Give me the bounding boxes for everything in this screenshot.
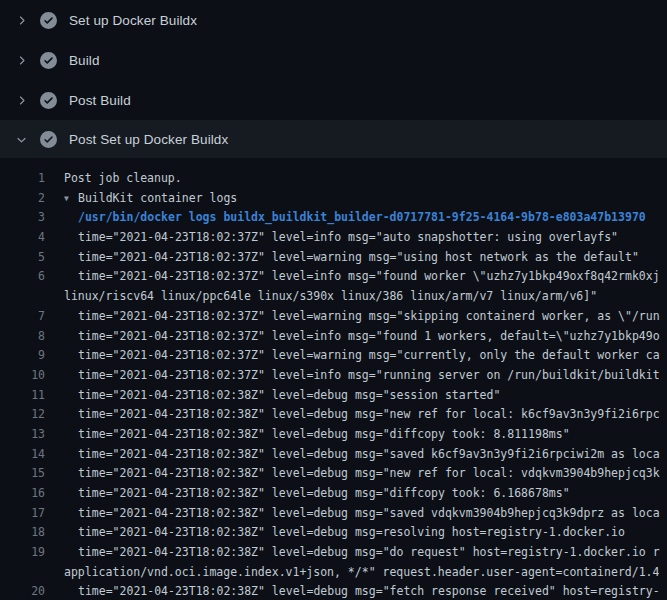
log-line: 13 time="2021-04-23T18:02:38Z" level=deb… [0, 425, 667, 445]
log-line-text: linux/riscv64 linux/ppc64le linux/s390x … [64, 287, 597, 307]
log-line-number[interactable]: 15 [0, 464, 45, 484]
step-row-post-set-up-docker-buildx[interactable]: Post Set up Docker Buildx [0, 120, 667, 158]
log-line-text: time="2021-04-23T18:02:37Z" level=info m… [78, 267, 660, 287]
check-circle-icon [40, 52, 57, 69]
log-line: 11 time="2021-04-23T18:02:38Z" level=deb… [0, 386, 667, 406]
log-line-number[interactable]: 9 [0, 346, 45, 366]
log-line: application/vnd.oci.image.index.v1+json,… [0, 563, 667, 583]
log-line-text: time="2021-04-23T18:02:38Z" level=debug … [78, 523, 625, 543]
log-line-number[interactable] [0, 287, 45, 307]
log-line-number[interactable]: 10 [0, 366, 45, 386]
log-line-text: time="2021-04-23T18:02:37Z" level=warnin… [78, 248, 639, 268]
log-line-text: time="2021-04-23T18:02:38Z" level=debug … [78, 464, 660, 484]
log-line-text: time="2021-04-23T18:02:37Z" level=info m… [78, 228, 618, 248]
log-line: 16 time="2021-04-23T18:02:38Z" level=deb… [0, 484, 667, 504]
log-line: 20 time="2021-04-23T18:02:38Z" level=deb… [0, 582, 667, 600]
log-line: 4 time="2021-04-23T18:02:37Z" level=info… [0, 228, 667, 248]
check-circle-icon [40, 12, 57, 29]
log-line: 9 time="2021-04-23T18:02:37Z" level=warn… [0, 346, 667, 366]
log-line-text: time="2021-04-23T18:02:38Z" level=debug … [78, 543, 660, 563]
chevron-right-icon [14, 53, 28, 67]
log-line-text: time="2021-04-23T18:02:38Z" level=debug … [78, 582, 660, 600]
log-line-number[interactable]: 11 [0, 386, 45, 406]
step-row-build[interactable]: Build [0, 40, 667, 80]
check-circle-icon [40, 131, 57, 148]
log-line: 2 ▼ BuildKit container logs [0, 189, 667, 209]
check-circle-icon [40, 92, 57, 109]
log-line-text: time="2021-04-23T18:02:37Z" level=warnin… [78, 346, 660, 366]
log-line-number[interactable]: 18 [0, 523, 45, 543]
log-line: 15 time="2021-04-23T18:02:38Z" level=deb… [0, 464, 667, 484]
log-line-number[interactable]: 16 [0, 484, 45, 504]
log-line-number[interactable]: 17 [0, 504, 45, 524]
log-line-number[interactable]: 5 [0, 248, 45, 268]
log-line-text: time="2021-04-23T18:02:38Z" level=debug … [78, 425, 570, 445]
log-line-text: time="2021-04-23T18:02:38Z" level=debug … [78, 445, 660, 465]
log-line-text: time="2021-04-23T18:02:38Z" level=debug … [78, 405, 660, 425]
log-line: 1 Post job cleanup. [0, 169, 667, 189]
chevron-down-icon [14, 132, 28, 146]
log-line-number[interactable]: 1 [0, 169, 45, 189]
log-line-number[interactable]: 20 [0, 582, 45, 600]
log-line-text: BuildKit container logs [78, 189, 237, 209]
log-line-text: /usr/bin/docker logs buildx_buildkit_bui… [78, 208, 646, 228]
log-line-number[interactable]: 4 [0, 228, 45, 248]
log-line: 10 time="2021-04-23T18:02:37Z" level=inf… [0, 366, 667, 386]
log-line-text: time="2021-04-23T18:02:38Z" level=debug … [78, 484, 570, 504]
log-line-number[interactable]: 8 [0, 327, 45, 347]
log-line-number[interactable]: 7 [0, 307, 45, 327]
log-line-number[interactable] [0, 563, 45, 583]
log-line-text: time="2021-04-23T18:02:38Z" level=debug … [78, 504, 660, 524]
step-title: Post Set up Docker Buildx [69, 132, 228, 147]
group-collapse-caret-icon[interactable]: ▼ [64, 189, 78, 209]
log-line-text: time="2021-04-23T18:02:37Z" level=info m… [78, 366, 660, 386]
log-line: 5 time="2021-04-23T18:02:37Z" level=warn… [0, 248, 667, 268]
step-row-post-build[interactable]: Post Build [0, 80, 667, 120]
chevron-right-icon [14, 93, 28, 107]
log-line: 3 /usr/bin/docker logs buildx_buildkit_b… [0, 208, 667, 228]
log-line: linux/riscv64 linux/ppc64le linux/s390x … [0, 287, 667, 307]
step-title: Post Build [69, 93, 131, 108]
log-line-text: application/vnd.oci.image.index.v1+json,… [64, 563, 659, 583]
step-title: Set up Docker Buildx [69, 13, 197, 28]
log-area: 1 Post job cleanup. 2 ▼ BuildKit contain… [0, 158, 667, 600]
log-line-number[interactable]: 12 [0, 405, 45, 425]
log-line-number[interactable]: 2 [0, 189, 45, 209]
log-line: 17 time="2021-04-23T18:02:38Z" level=deb… [0, 504, 667, 524]
log-line: 12 time="2021-04-23T18:02:38Z" level=deb… [0, 405, 667, 425]
log-line-number[interactable]: 3 [0, 208, 45, 228]
log-line-number[interactable]: 19 [0, 543, 45, 563]
log-line-text: time="2021-04-23T18:02:37Z" level=info m… [78, 327, 660, 347]
log-line: 6 time="2021-04-23T18:02:37Z" level=info… [0, 267, 667, 287]
log-line-number[interactable]: 13 [0, 425, 45, 445]
log-line: 7 time="2021-04-23T18:02:37Z" level=warn… [0, 307, 667, 327]
log-line: 14 time="2021-04-23T18:02:38Z" level=deb… [0, 445, 667, 465]
log-line: 18 time="2021-04-23T18:02:38Z" level=deb… [0, 523, 667, 543]
step-title: Build [69, 53, 100, 68]
step-row-set-up-docker-buildx[interactable]: Set up Docker Buildx [0, 0, 667, 40]
log-line: 19 time="2021-04-23T18:02:38Z" level=deb… [0, 543, 667, 563]
log-line-number[interactable]: 14 [0, 445, 45, 465]
chevron-right-icon [14, 13, 28, 27]
log-line-text: time="2021-04-23T18:02:38Z" level=debug … [78, 386, 500, 406]
log-line-text: Post job cleanup. [64, 169, 182, 189]
log-line-text: time="2021-04-23T18:02:37Z" level=warnin… [78, 307, 660, 327]
steps-list: Set up Docker Buildx Build Post Build [0, 0, 667, 158]
log-line: 8 time="2021-04-23T18:02:37Z" level=info… [0, 327, 667, 347]
log-line-number[interactable]: 6 [0, 267, 45, 287]
